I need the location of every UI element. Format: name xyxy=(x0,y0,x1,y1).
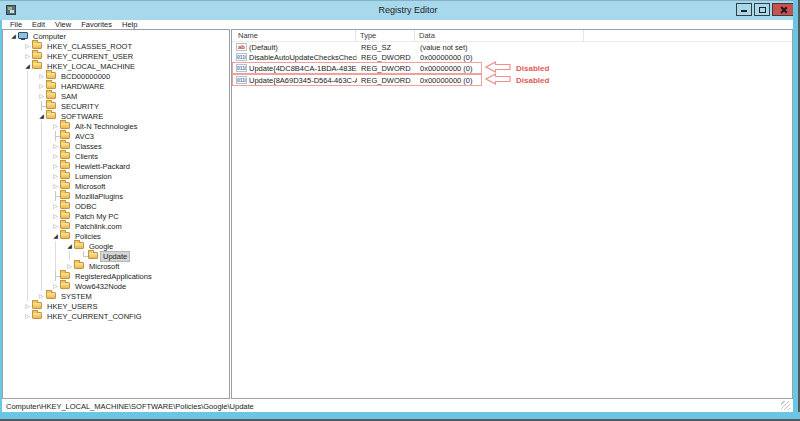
tree-item-microsoft[interactable]: ▷Microsoft xyxy=(3,181,229,191)
minimize-button[interactable] xyxy=(736,3,752,16)
tree-item-hkey-local-machine[interactable]: ◢HKEY_LOCAL_MACHINE xyxy=(3,61,229,71)
folder-icon xyxy=(32,311,42,321)
menu-view[interactable]: View xyxy=(50,20,76,29)
tree-item-avc3[interactable]: AVC3 xyxy=(3,131,229,141)
value-name-cell: ab(Default) xyxy=(233,43,357,52)
tree-item-microsoft[interactable]: ▷Microsoft xyxy=(3,261,229,271)
tree-indent xyxy=(9,281,23,291)
expander-collapsed-icon[interactable]: ▷ xyxy=(23,311,32,321)
tree-item-label: Microsoft xyxy=(87,262,121,271)
tree-indent xyxy=(37,261,51,271)
tree-indent xyxy=(37,121,51,131)
expander-collapsed-icon[interactable]: ▷ xyxy=(51,221,60,231)
expander-collapsed-icon[interactable]: ▷ xyxy=(65,261,74,271)
tree-item-registeredapplications[interactable]: RegisteredApplications xyxy=(3,271,229,281)
registry-tree-pane: ◢Computer▷HKEY_CLASSES_ROOT▷HKEY_CURRENT… xyxy=(2,29,230,399)
window-controls xyxy=(736,3,794,16)
tree-item-wow6432node[interactable]: ▷Wow6432Node xyxy=(3,281,229,291)
tree-item-security[interactable]: SECURITY xyxy=(3,101,229,111)
tree-item-hkey-current-config[interactable]: ▷HKEY_CURRENT_CONFIG xyxy=(3,311,229,321)
window-border-right xyxy=(793,0,800,421)
column-header-data[interactable]: Data xyxy=(415,30,584,41)
resize-grip[interactable] xyxy=(781,401,790,410)
folder-icon xyxy=(46,111,56,121)
tree-indent xyxy=(37,161,51,171)
tree-indent xyxy=(37,251,51,261)
expander-collapsed-icon[interactable]: ▷ xyxy=(51,211,60,221)
expander-expanded-icon[interactable]: ◢ xyxy=(65,241,74,251)
tree-indent xyxy=(37,211,51,221)
tree-indent xyxy=(9,91,23,101)
tree-item-policies[interactable]: ◢Policies xyxy=(3,231,229,241)
tree-indent xyxy=(9,261,23,271)
tree-item-bcd00000000[interactable]: ▷BCD00000000 xyxy=(3,71,229,81)
tree-indent xyxy=(23,221,37,231)
expander-collapsed-icon[interactable]: ▷ xyxy=(37,291,46,301)
value-type-cell: REG_DWORD xyxy=(357,53,416,62)
tree-indent xyxy=(23,71,37,81)
expander-collapsed-icon[interactable]: ▷ xyxy=(51,201,60,211)
value-row-default[interactable]: ab(Default)REG_SZ(value not set) xyxy=(232,42,792,52)
expander-collapsed-icon[interactable]: ▷ xyxy=(51,181,60,191)
value-name-cell: 0110Update{8A69D345-D564-463C-AFF1-A69..… xyxy=(233,76,357,85)
value-type-cell: REG_DWORD xyxy=(357,76,416,85)
tree-item-software[interactable]: ◢SOFTWARE xyxy=(3,111,229,121)
expander-expanded-icon[interactable]: ◢ xyxy=(23,61,32,71)
expander-collapsed-icon[interactable]: ▷ xyxy=(51,161,60,171)
annotation-label: Disabled xyxy=(516,64,549,73)
value-row-update-8a69d345-d564-463c-aff1-a69[interactable]: 0110Update{8A69D345-D564-463C-AFF1-A69..… xyxy=(232,74,792,86)
expander-collapsed-icon[interactable]: ▷ xyxy=(51,281,60,291)
expander-expanded-icon[interactable]: ◢ xyxy=(51,231,60,241)
tree-item-label: HKEY_USERS xyxy=(45,302,99,311)
tree-item-label: MozillaPlugins xyxy=(73,192,125,201)
tree-indent xyxy=(37,191,51,201)
close-button[interactable] xyxy=(772,3,794,16)
tree-item-odbc[interactable]: ▷ODBC xyxy=(3,201,229,211)
menu-favorites[interactable]: Favorites xyxy=(76,20,117,29)
maximize-button[interactable] xyxy=(754,3,770,16)
expander-collapsed-icon[interactable]: ▷ xyxy=(51,151,60,161)
column-header-name[interactable]: Name xyxy=(232,30,356,41)
menu-bar: FileEditViewFavoritesHelp xyxy=(2,20,796,29)
tree-item-alt-n-technologies[interactable]: ▷Alt-N Technologies xyxy=(3,121,229,131)
tree-connector xyxy=(51,191,60,201)
expander-collapsed-icon[interactable]: ▷ xyxy=(23,41,32,51)
tree-indent xyxy=(9,181,23,191)
expander-collapsed-icon[interactable]: ▷ xyxy=(37,71,46,81)
expander-collapsed-icon[interactable]: ▷ xyxy=(23,51,32,61)
menu-file[interactable]: File xyxy=(5,20,27,29)
tree-indent xyxy=(9,71,23,81)
tree-item-lumension[interactable]: ▷Lumension xyxy=(3,171,229,181)
tree-item-sam[interactable]: ▷SAM xyxy=(3,91,229,101)
title-bar[interactable]: Registry Editor xyxy=(0,0,800,20)
menu-help[interactable]: Help xyxy=(117,20,142,29)
tree-item-hardware[interactable]: ▷HARDWARE xyxy=(3,81,229,91)
tree-item-patchlink-com[interactable]: ▷Patchlink.com xyxy=(3,221,229,231)
menu-edit[interactable]: Edit xyxy=(27,20,50,29)
tree-indent xyxy=(23,241,37,251)
expander-expanded-icon[interactable]: ◢ xyxy=(9,31,18,41)
annotation-label: Disabled xyxy=(516,76,549,85)
expander-collapsed-icon[interactable]: ▷ xyxy=(23,301,32,311)
tree-item-google[interactable]: ◢Google xyxy=(3,241,229,251)
expander-collapsed-icon[interactable]: ▷ xyxy=(51,141,60,151)
expander-collapsed-icon[interactable]: ▷ xyxy=(37,81,46,91)
expander-collapsed-icon[interactable]: ▷ xyxy=(51,121,60,131)
tree-item-clients[interactable]: ▷Clients xyxy=(3,151,229,161)
tree-indent xyxy=(9,271,23,281)
left-arrow-icon xyxy=(485,73,511,87)
expander-expanded-icon[interactable]: ◢ xyxy=(37,111,46,121)
tree-item-classes[interactable]: ▷Classes xyxy=(3,141,229,151)
column-header-type[interactable]: Type xyxy=(356,30,415,41)
tree-item-label: HARDWARE xyxy=(59,82,106,91)
expander-collapsed-icon[interactable]: ▷ xyxy=(37,91,46,101)
tree-item-mozillaplugins[interactable]: MozillaPlugins xyxy=(3,191,229,201)
tree-connector xyxy=(51,271,60,281)
tree-item-patch-my-pc[interactable]: ▷Patch My PC xyxy=(3,211,229,221)
tree-item-label: RegisteredApplications xyxy=(73,272,154,281)
tree-item-update[interactable]: Update xyxy=(3,251,229,261)
tree-indent xyxy=(9,61,23,71)
tree-item-hewlett-packard[interactable]: ▷Hewlett-Packard xyxy=(3,161,229,171)
tree-connector xyxy=(37,101,46,111)
expander-collapsed-icon[interactable]: ▷ xyxy=(51,171,60,181)
